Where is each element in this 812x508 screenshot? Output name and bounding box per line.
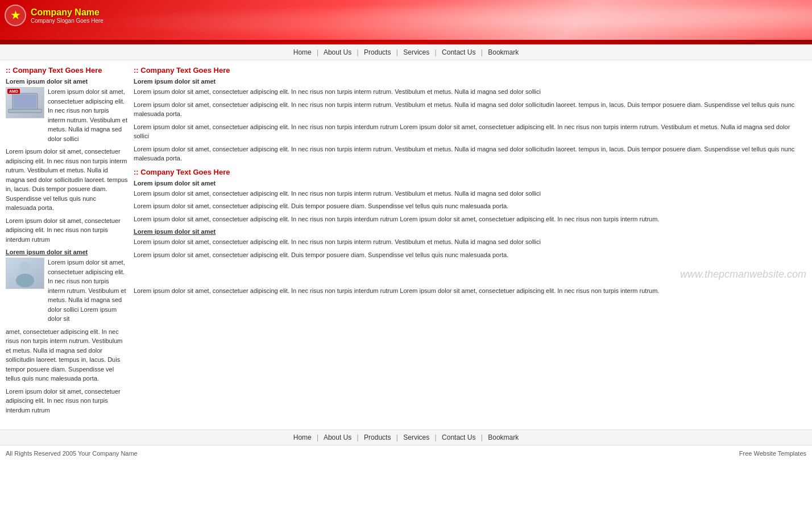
site-header: ★ Company Name Company Slogan Goes Here <box>0 0 812 44</box>
footer-sep-3: | <box>396 433 398 441</box>
company-text-group: Company Name Company Slogan Goes Here <box>31 7 103 24</box>
svg-point-3 <box>20 262 30 272</box>
right-para-1: Lorem ipsum dolor sit amet, consectetuer… <box>134 87 806 97</box>
nav-sep-3: | <box>396 48 398 56</box>
nav-about[interactable]: About Us <box>324 48 351 56</box>
footer-sep-4: | <box>435 433 437 441</box>
right-para-6: Lorem ipsum dolor sit amet, consectetuer… <box>134 201 806 211</box>
header-overlay <box>0 0 812 44</box>
right-heading-1: :: Company Text Goes Here <box>134 66 806 75</box>
right-column: :: Company Text Goes Here Lorem ipsum do… <box>134 66 806 418</box>
footer-bottom: All Rights Reserved 2005 Your Company Na… <box>0 445 812 461</box>
right-para-7: Lorem ipsum dolor sit amet, consectetuer… <box>134 214 806 224</box>
nav-products[interactable]: Products <box>364 48 391 56</box>
left-column: :: Company Text Goes Here Lorem ipsum do… <box>6 66 128 418</box>
left-para-2: Lorem ipsum dolor sit amet, consectetuer… <box>6 216 128 245</box>
right-para-10: Lorem ipsum dolor sit amet, consectetuer… <box>134 286 806 296</box>
company-slogan: Company Slogan Goes Here <box>31 18 103 24</box>
svg-point-4 <box>16 274 34 287</box>
left-lorem-title-2: Lorem ipsum dolor sit amet <box>6 249 128 255</box>
right-lorem-title-3: Lorem ipsum dolor sit amet <box>134 228 806 235</box>
left-para-4: Lorem ipsum dolor sit amet, consectetuer… <box>6 387 128 415</box>
header-stripe <box>0 40 812 44</box>
left-heading: :: Company Text Goes Here <box>6 66 128 75</box>
nav-sep-4: | <box>435 48 437 56</box>
nav-contact[interactable]: Contact Us <box>442 48 475 56</box>
left-image-2 <box>6 258 44 289</box>
nav-sep-2: | <box>357 48 359 56</box>
nav-sep-1: | <box>317 48 318 56</box>
footer-sep-1: | <box>317 433 318 441</box>
watermark: www.thepcmanwebsite.com <box>134 263 806 286</box>
credit-text: Free Website Templates <box>739 450 806 457</box>
right-para-2: Lorem ipsum dolor sit amet, consectetuer… <box>134 100 806 119</box>
left-para-1: Lorem ipsum dolor sit amet, consectetuer… <box>6 147 128 213</box>
left-para-3: amet, consectetuer adipiscing elit. In n… <box>6 327 128 383</box>
right-para-8: Lorem ipsum dolor sit amet, consectetuer… <box>134 237 806 247</box>
right-para-4: Lorem ipsum dolor sit amet, consectetuer… <box>134 144 806 163</box>
left-img-block-2: Lorem ipsum dolor sit amet, consectetuer… <box>6 258 128 324</box>
footer-nav-services[interactable]: Services <box>403 433 429 441</box>
footer-navbar: Home | About Us | Products | Services | … <box>0 429 812 445</box>
svg-rect-1 <box>14 94 36 108</box>
footer-nav-about[interactable]: About Us <box>324 433 351 441</box>
nav-sep-5: | <box>481 48 483 56</box>
company-name: Company Name <box>31 7 103 18</box>
top-navbar: Home | About Us | Products | Services | … <box>0 44 812 60</box>
right-lorem-title-2: Lorem ipsum dolor sit amet <box>134 180 806 187</box>
footer-nav-bookmark[interactable]: Bookmark <box>488 433 519 441</box>
footer-sep-2: | <box>357 433 359 441</box>
right-para-9: Lorem ipsum dolor sit amet, consectetuer… <box>134 250 806 260</box>
left-img1-text: Lorem ipsum dolor sit amet, consectetuer… <box>48 87 128 143</box>
logo-area: ★ Company Name Company Slogan Goes Here <box>5 5 103 26</box>
nav-bookmark[interactable]: Bookmark <box>488 48 519 56</box>
main-content: :: Company Text Goes Here Lorem ipsum do… <box>0 60 812 424</box>
left-img-block-1: AMD Lorem ipsum dolor sit amet, consecte… <box>6 87 128 143</box>
right-para-5: Lorem ipsum dolor sit amet, consectetuer… <box>134 189 806 199</box>
right-lorem-title-1: Lorem ipsum dolor sit amet <box>134 78 806 85</box>
footer-nav-home[interactable]: Home <box>293 433 312 441</box>
nav-services[interactable]: Services <box>403 48 429 56</box>
footer-nav-products[interactable]: Products <box>364 433 391 441</box>
right-para-3: Lorem ipsum dolor sit amet, consectetuer… <box>134 122 806 141</box>
right-heading-2: :: Company Text Goes Here <box>134 168 806 176</box>
svg-rect-2 <box>8 109 42 113</box>
footer-sep-5: | <box>481 433 483 441</box>
nav-home[interactable]: Home <box>293 48 312 56</box>
logo-icon: ★ <box>5 5 26 26</box>
left-lorem-title-1: Lorem ipsum dolor sit amet <box>6 78 128 85</box>
left-img2-text: Lorem ipsum dolor sit amet, consectetuer… <box>48 258 128 324</box>
left-image-1: AMD <box>6 87 44 118</box>
copyright-text: All Rights Reserved 2005 Your Company Na… <box>6 450 138 457</box>
footer-nav-contact[interactable]: Contact Us <box>442 433 475 441</box>
